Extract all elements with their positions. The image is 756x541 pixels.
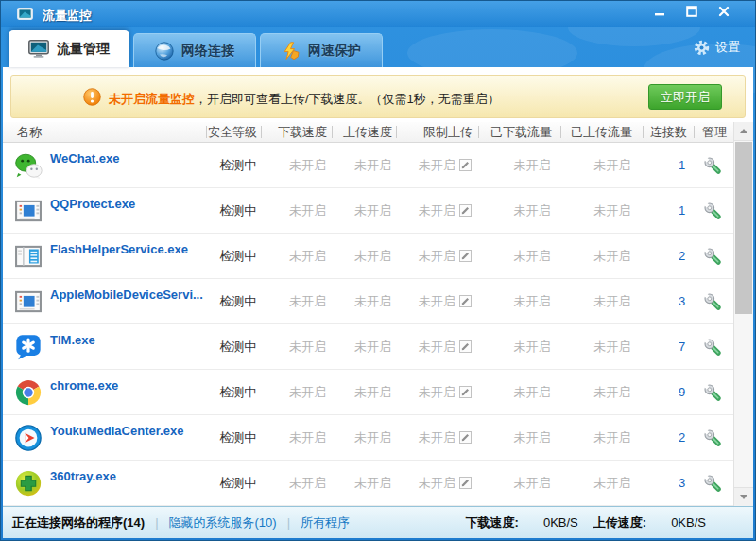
edit-limit-icon[interactable] bbox=[459, 431, 472, 444]
monitor-icon bbox=[28, 40, 49, 58]
uploaded-traffic-value: 未开启 bbox=[558, 415, 641, 460]
scroll-up-icon[interactable] bbox=[734, 122, 753, 141]
uploaded-traffic-value: 未开启 bbox=[558, 370, 641, 414]
table-row[interactable]: chrome.exe检测中未开启未开启未开启未开启未开启9 bbox=[3, 370, 733, 415]
wechat-icon bbox=[14, 151, 43, 180]
edit-limit-icon[interactable] bbox=[459, 477, 472, 489]
edit-limit-icon[interactable] bbox=[459, 159, 472, 171]
connection-count: 1 bbox=[641, 188, 692, 233]
table-body: WeChat.exe检测中未开启未开启未开启未开启未开启1QQProtect.e… bbox=[3, 143, 733, 506]
speed-summary: 下载速度: 0KB/S 上传速度: 0KB/S bbox=[466, 515, 706, 532]
upload-speed-value: 未开启 bbox=[331, 324, 395, 369]
tab-speed-protection[interactable]: 网速保护 bbox=[260, 33, 383, 67]
downloaded-traffic-value: 未开启 bbox=[477, 279, 559, 323]
download-speed-value: 未开启 bbox=[260, 188, 331, 233]
manage-wrench-icon[interactable] bbox=[703, 428, 722, 447]
upload-speed-label: 上传速度: bbox=[593, 515, 646, 532]
enable-now-button[interactable]: 立即开启 bbox=[648, 84, 722, 110]
edit-limit-icon[interactable] bbox=[459, 340, 472, 353]
flash-service-icon bbox=[14, 242, 43, 270]
downloaded-traffic-value: 未开启 bbox=[477, 234, 559, 278]
settings-button[interactable]: 设置 bbox=[694, 39, 740, 56]
warning-banner: 未开启流量监控，开启即可查看上传/下载速度。（仅需1秒，无需重启） 立即开启 bbox=[10, 75, 746, 118]
program-name[interactable]: 360tray.exe bbox=[50, 469, 116, 483]
tab-traffic-management[interactable]: 流量管理 bbox=[9, 30, 129, 67]
minimize-icon[interactable] bbox=[645, 1, 674, 22]
program-name[interactable]: TIM.exe bbox=[50, 333, 95, 347]
connection-count: 7 bbox=[641, 324, 692, 369]
uploaded-traffic-value: 未开启 bbox=[558, 234, 641, 278]
manage-cell bbox=[692, 234, 733, 278]
table-row[interactable]: AppleMobileDeviceServi...检测中未开启未开启未开启未开启… bbox=[3, 279, 733, 324]
uploaded-traffic-value: 未开启 bbox=[558, 461, 641, 505]
program-name[interactable]: AppleMobileDeviceServi... bbox=[50, 288, 203, 302]
program-name-cell: AppleMobileDeviceServi... bbox=[3, 279, 205, 323]
lightning-shield-icon bbox=[282, 42, 301, 61]
banner-message: 未开启流量监控，开启即可查看上传/下载速度。（仅需1秒，无需重启） bbox=[109, 91, 500, 108]
column-header-download: 下载速度 bbox=[261, 122, 332, 142]
table-row[interactable]: TIM.exe检测中未开启未开启未开启未开启未开启7 bbox=[3, 324, 733, 370]
filter-hidden-services[interactable]: 隐藏的系统服务(10) bbox=[169, 515, 277, 532]
program-name[interactable]: WeChat.exe bbox=[50, 151, 119, 166]
filter-connecting-programs[interactable]: 正在连接网络的程序(14) bbox=[12, 515, 145, 532]
table-row[interactable]: QQProtect.exe检测中未开启未开启未开启未开启未开启1 bbox=[3, 188, 733, 234]
manage-wrench-icon[interactable] bbox=[703, 383, 722, 402]
edit-limit-icon[interactable] bbox=[459, 250, 472, 262]
manage-cell bbox=[692, 143, 733, 187]
security-level-value: 检测中 bbox=[205, 370, 260, 414]
maximize-icon[interactable] bbox=[678, 1, 706, 22]
column-header-upload: 上传速度 bbox=[332, 122, 396, 142]
upload-speed-value: 未开启 bbox=[331, 415, 395, 460]
gear-icon bbox=[694, 40, 710, 56]
security-level-value: 检测中 bbox=[205, 234, 260, 278]
table-row[interactable]: FlashHelperService.exe检测中未开启未开启未开启未开启未开启… bbox=[3, 234, 733, 279]
connection-count: 3 bbox=[641, 279, 692, 323]
connection-count: 2 bbox=[641, 415, 692, 460]
downloaded-traffic-value: 未开启 bbox=[477, 188, 559, 233]
table-row[interactable]: 360tray.exe检测中未开启未开启未开启未开启未开启3 bbox=[3, 461, 733, 506]
upload-speed-value: 未开启 bbox=[331, 461, 395, 505]
download-speed-label: 下载速度: bbox=[466, 515, 519, 532]
edit-limit-icon[interactable] bbox=[459, 386, 472, 398]
manage-wrench-icon[interactable] bbox=[703, 474, 722, 493]
vertical-scrollbar[interactable] bbox=[733, 122, 753, 506]
download-speed-value: 未开启 bbox=[260, 415, 331, 460]
limit-upload-value: 未开启 bbox=[395, 370, 477, 414]
downloaded-traffic-value: 未开启 bbox=[477, 370, 559, 414]
manage-wrench-icon[interactable] bbox=[703, 292, 722, 311]
scroll-down-icon[interactable] bbox=[734, 487, 753, 506]
limit-upload-value: 未开启 bbox=[395, 143, 477, 187]
filter-all-programs[interactable]: 所有程序 bbox=[301, 515, 350, 532]
program-name[interactable]: QQProtect.exe bbox=[50, 197, 135, 211]
uploaded-traffic-value: 未开启 bbox=[558, 279, 641, 323]
table-row[interactable]: WeChat.exe检测中未开启未开启未开启未开启未开启1 bbox=[3, 143, 733, 188]
column-header-uploaded: 已上传流量 bbox=[560, 122, 643, 142]
upload-speed-value: 未开启 bbox=[331, 143, 395, 187]
manage-cell bbox=[692, 324, 733, 369]
downloaded-traffic-value: 未开启 bbox=[477, 415, 559, 460]
manage-wrench-icon[interactable] bbox=[703, 338, 722, 357]
content-area: 未开启流量监控，开启即可查看上传/下载速度。（仅需1秒，无需重启） 立即开启 名… bbox=[3, 67, 753, 538]
column-header-connections: 连接数 bbox=[643, 122, 694, 142]
table-row[interactable]: YoukuMediaCenter.exe检测中未开启未开启未开启未开启未开启2 bbox=[3, 415, 733, 461]
program-name[interactable]: FlashHelperService.exe bbox=[50, 242, 188, 256]
security-level-value: 检测中 bbox=[205, 188, 260, 233]
close-icon[interactable] bbox=[710, 1, 738, 22]
program-name[interactable]: chrome.exe bbox=[50, 378, 118, 393]
edit-limit-icon[interactable] bbox=[459, 295, 472, 307]
edit-limit-icon[interactable] bbox=[459, 204, 472, 217]
security-level-value: 检测中 bbox=[205, 324, 260, 369]
manage-wrench-icon[interactable] bbox=[703, 247, 722, 266]
tab-label: 网络连接 bbox=[181, 43, 234, 60]
banner-highlight-text: 未开启流量监控 bbox=[109, 92, 195, 106]
upload-speed-value: 未开启 bbox=[331, 370, 395, 414]
app-logo-icon bbox=[17, 8, 33, 21]
status-filters: 正在连接网络的程序(14) | 隐藏的系统服务(10) | 所有程序 bbox=[12, 515, 350, 532]
manage-wrench-icon[interactable] bbox=[703, 201, 722, 220]
downloaded-traffic-value: 未开启 bbox=[477, 143, 559, 187]
scrollbar-thumb[interactable] bbox=[735, 142, 752, 314]
manage-wrench-icon[interactable] bbox=[703, 156, 722, 175]
program-name[interactable]: YoukuMediaCenter.exe bbox=[50, 424, 183, 438]
tab-network-connections[interactable]: 网络连接 bbox=[133, 33, 256, 67]
column-header-limit: 限制上传 bbox=[396, 122, 478, 142]
